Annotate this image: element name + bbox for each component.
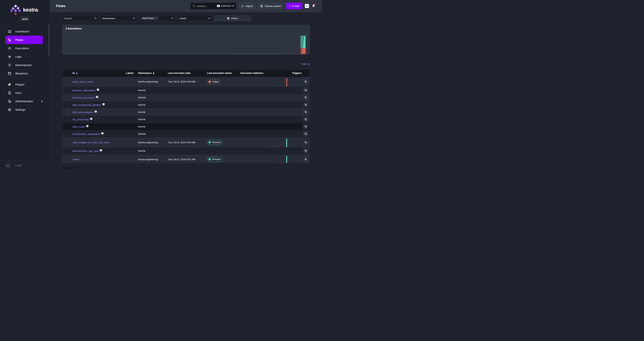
version-label: 0.19.0 [15,164,22,167]
triggers-button[interactable] [303,95,308,100]
table-row[interactable]: business_processes? tutorial [62,94,310,101]
table-row[interactable]: hello_world? tutorial [62,123,310,130]
flow-id-link[interactable]: file_processing [72,118,89,121]
chevron-right-icon [41,100,43,103]
help-icon: ? [96,96,98,98]
flow-id-link[interactable]: microservices_and_apis [72,150,98,152]
collapse-sidebar-button[interactable]: « [5,163,11,169]
triggers-button[interactable] [303,79,308,84]
source-search-button[interactable]: Source search [258,3,284,9]
table-row[interactable]: dwh_and_analytics? tutorial [62,108,310,116]
blueprints-icon [8,72,11,75]
sidebar-item-namespaces[interactable]: Namespaces [0,61,43,69]
table-row[interactable]: business_automation? tutorial [62,87,310,94]
chevron-down-icon [208,18,210,19]
flow-id-link[interactable]: allow_failure_demo [72,80,93,83]
row-checkbox[interactable] [64,103,67,106]
triggers-button[interactable] [303,157,308,162]
triggers-button[interactable] [303,140,308,145]
sidebar-item-docs[interactable]: Docs [0,89,43,97]
select-all-checkbox[interactable] [64,72,67,75]
sidebar-item-settings[interactable]: Settings [0,105,43,114]
table-row[interactable]: microservices_and_apis? tutorial [62,147,310,154]
sort-icon[interactable] [76,72,78,75]
table-row[interactable]: allow_failure_demo kestra.engineering Tu… [62,77,310,87]
sidebar-item-dashboard[interactable]: Dashboard [0,27,43,36]
execution-statistics-chart[interactable] [240,155,290,163]
sidebar-item-logs[interactable]: Logs [0,53,43,61]
sidebar-item-label: Settings [15,108,25,111]
file-search-icon [260,5,263,8]
table-row[interactable]: load_multiple_csv_files_into_excel kestr… [62,138,310,147]
search-input[interactable]: Search [62,15,99,21]
table-row[interactable]: retries kestra.engineering Tue, Oct 8, 2… [62,154,310,163]
row-checkbox[interactable] [64,96,67,99]
plus-icon: + [289,4,290,8]
flow-id-link[interactable]: dwh_and_analytics [72,111,93,114]
filters-button[interactable]: Filters [214,15,251,21]
logs-icon [8,55,11,59]
notifications-bell[interactable] [312,4,315,8]
labels-filter-select[interactable]: Labels [177,15,212,21]
executions-chart[interactable] [62,32,310,55]
execution-statistics-chart[interactable] [240,138,290,147]
import-button[interactable]: Import [238,3,256,9]
flow-id-link[interactable]: load_multiple_csv_files_into_excel [72,141,110,144]
execution-statistics-chart[interactable] [240,77,290,87]
sidebar-item-administration[interactable]: Administration [0,97,43,105]
flow-id-link[interactable]: infrastructure_automation [72,133,100,135]
row-checkbox[interactable] [64,110,67,114]
administration-icon [8,99,11,103]
sidebar-item-blueprints[interactable]: Blueprints [0,69,43,78]
close-icon[interactable]: ✕ [155,17,157,20]
flows-icon [8,38,11,42]
flow-id-link[interactable]: hello_world [72,125,85,128]
row-checkbox[interactable] [64,80,67,83]
flow-id-link[interactable]: data_engineering_pipeline [72,104,101,106]
help-button[interactable]: ? [305,4,309,8]
sidebar-scrollbar[interactable] [49,25,50,57]
column-namespace[interactable]: Namespace [137,72,166,75]
sidebar-item-flows[interactable]: Flows [6,36,43,44]
flow-id-link[interactable]: business_automation [72,89,96,92]
create-button[interactable]: + Create [286,3,302,9]
row-checkbox[interactable] [64,149,67,152]
table-row[interactable]: file_processing? tutorial [62,116,310,123]
docs-icon [8,91,11,95]
table-row[interactable]: infrastructure_automation? tutorial [62,130,310,138]
namespace-cell: tutorial [137,103,166,106]
help-icon: ? [94,110,97,113]
triggers-button[interactable] [303,88,308,93]
namespace-cell: tutorial [137,125,166,128]
table-row[interactable]: data_engineering_pipeline? tutorial [62,101,310,108]
namespace-cell: kestra.engineering [137,80,166,83]
flow-id-link[interactable]: retries [72,158,79,161]
triggers-button[interactable] [303,102,308,107]
triggers-button[interactable] [303,109,308,115]
row-checkbox[interactable] [64,158,67,161]
triggers-button[interactable] [303,131,308,137]
chevron-down-icon [171,18,174,19]
flow-id-link[interactable]: business_processes [72,96,94,99]
sort-icon[interactable] [153,72,154,75]
logo-block: kestra. prod [0,0,50,21]
row-checkbox[interactable] [64,89,67,92]
row-checkbox[interactable] [64,141,67,144]
flow-scope-select[interactable]: User Flows ✕ [139,15,176,21]
last-execution-date: Tue, Oct 8, 2024 9:02 AM [166,141,206,144]
triggers-button[interactable] [303,117,308,122]
environment-badge: prod [20,17,30,21]
per-page-select[interactable] [62,166,78,171]
namespace-filter-select[interactable]: Namespace [100,15,137,21]
column-id[interactable]: Id [71,72,125,75]
row-checkbox[interactable] [64,132,67,135]
row-checkbox[interactable] [64,125,67,128]
sidebar-item-plugins[interactable]: Plugins [0,80,43,89]
sidebar-item-executions[interactable]: Executions [0,44,43,53]
triggers-button[interactable] [303,124,308,129]
jump-to-search[interactable]: Jump to... Ctrl/Cmd + K [190,3,236,9]
row-checkbox[interactable] [64,118,67,121]
stacked-bar[interactable] [300,36,306,54]
search-icon [94,17,97,20]
triggers-button[interactable] [303,148,308,154]
